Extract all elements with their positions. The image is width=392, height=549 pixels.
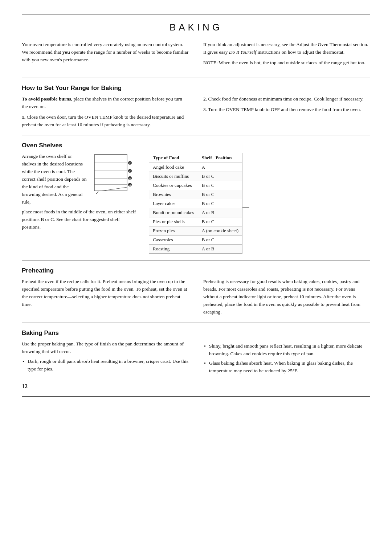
svg-text:B: B (129, 177, 131, 180)
list-item: Dark, rough or dull pans absorb heat res… (22, 358, 189, 373)
right-dash-shelves: — (242, 203, 249, 211)
food-name: Brownies (149, 190, 198, 199)
preheating-left-text: Preheat the oven if the recipe calls for… (22, 278, 189, 308)
step2-label: 2. (203, 96, 207, 102)
table-row: Bundt or pound cakes A or B (149, 208, 242, 217)
how-to-content: To avoid possible burns, place the shelv… (22, 95, 370, 129)
list-item: Shiny, bright and smooth pans reflect he… (203, 343, 370, 358)
food-name: Roasting (149, 245, 198, 254)
how-to-step1: 1. Close the oven door, turn the OVEN TE… (22, 114, 189, 129)
oven-shelves-content: Arrange the oven shelf or shelves in the… (22, 153, 370, 254)
how-to-step3: 3. Turn the OVEN TEMP knob to OFF and th… (203, 106, 370, 114)
col-food: Type of Food (149, 153, 198, 163)
intro-left: Your oven temperature is controlled very… (22, 41, 189, 70)
baking-pans-intro: Use the proper baking pan. The type of f… (22, 340, 189, 356)
right-dash-pans: — (370, 355, 377, 365)
baking-pans-right: Shiny, bright and smooth pans reflect he… (203, 340, 370, 377)
oven-shelves-title: Oven Shelves (22, 142, 370, 149)
shelf-pos: A or B (198, 208, 242, 217)
table-row: Casseroles B or C (149, 235, 242, 245)
baking-pans-section: Baking Pans Use the proper baking pan. T… (22, 329, 370, 377)
svg-line-14 (102, 187, 127, 191)
divider-2 (22, 135, 370, 135)
baking-pans-right-list: Shiny, bright and smooth pans reflect he… (203, 343, 370, 375)
shelf-pos: B or C (198, 190, 242, 199)
baking-pans-left: Use the proper baking pan. The type of f… (22, 340, 189, 377)
shelf-table-wrapper: Type of Food Shelf Position Angel food c… (149, 153, 242, 254)
preheating-title: Preheating (22, 267, 370, 274)
step1-label: 1. (22, 114, 25, 120)
intro-left-para: Your oven temperature is controlled very… (22, 41, 189, 64)
svg-text:A: A (129, 184, 131, 187)
food-name: Angel food cake (149, 163, 198, 172)
preheating-content: Preheat the oven if the recipe calls for… (22, 278, 370, 316)
oven-text-block: Arrange the oven shelf or shelves in the… (22, 153, 87, 206)
food-name: Frozen pies (149, 226, 198, 235)
shelf-pos: B or C (198, 172, 242, 181)
intro-right: If you think an adjustment is necessary,… (203, 41, 370, 70)
top-border (22, 15, 370, 15)
how-to-title: How to Set Your Range for Baking (22, 85, 370, 92)
divider-3 (22, 260, 370, 261)
shelf-pos: B or C (198, 235, 242, 245)
divider-4 (22, 323, 370, 323)
intro-bold-you: you (62, 49, 70, 55)
table-row: Frozen pies A (on cookie sheet) (149, 226, 242, 235)
how-to-bold: To avoid possible burns, (22, 96, 72, 102)
oven-svg: D C B A ✓ (91, 153, 138, 196)
table-row: Cookies or cupcakes B or C (149, 181, 242, 190)
intro-italic1: Do It Yourself (229, 49, 256, 55)
food-name: Bundt or pound cakes (149, 208, 198, 217)
table-row: Pies or pie shells B or C (149, 217, 242, 226)
shelf-pos: A (on cookie sheet) (198, 226, 242, 235)
shelf-pos: B or C (198, 199, 242, 208)
oven-diagram: D C B A ✓ (91, 153, 138, 196)
how-to-right: 2. Check food for doneness at minimum ti… (203, 95, 370, 129)
svg-text:C: C (129, 170, 131, 173)
preheating-right-text: Preheating is necessary for good results… (203, 278, 370, 316)
food-name: Layer cakes (149, 199, 198, 208)
table-row: Layer cakes B or C (149, 199, 242, 208)
how-to-step2: 2. Check food for doneness at minimum ti… (203, 95, 370, 103)
oven-text1: Arrange the oven shelf or shelves in the… (22, 153, 87, 206)
table-row: Roasting A or B (149, 245, 242, 254)
col-shelf: Shelf Position (198, 153, 242, 163)
shelf-pos: A or B (198, 245, 242, 254)
intro-right-para2: NOTE: When the oven is hot, the top and … (203, 59, 370, 67)
baking-pans-content: Use the proper baking pan. The type of f… (22, 340, 370, 377)
how-to-left: To avoid possible burns, place the shelv… (22, 95, 189, 129)
food-name: Cookies or cupcakes (149, 181, 198, 190)
food-name: Casseroles (149, 235, 198, 245)
how-to-intro: To avoid possible burns, place the shelv… (22, 95, 189, 111)
svg-text:D: D (129, 162, 131, 165)
shelf-pos: B or C (198, 181, 242, 190)
oven-left: Arrange the oven shelf or shelves in the… (22, 153, 138, 231)
baking-pans-title: Baking Pans (22, 329, 370, 337)
baking-pans-left-list: Dark, rough or dull pans absorb heat res… (22, 358, 189, 373)
page-number: 12 (22, 383, 370, 390)
how-to-section: How to Set Your Range for Baking To avoi… (22, 85, 370, 129)
food-name: Biscuits or muffins (149, 172, 198, 181)
bottom-border (22, 396, 370, 397)
svg-rect-0 (94, 155, 127, 191)
page-title: BAKING (22, 22, 370, 33)
preheating-left: Preheat the oven if the recipe calls for… (22, 278, 189, 316)
table-row: Brownies B or C (149, 190, 242, 199)
table-row: Angel food cake A (149, 163, 242, 172)
shelf-pos: A (198, 163, 242, 172)
shelf-table: Type of Food Shelf Position Angel food c… (149, 153, 242, 254)
oven-diagram-text: Arrange the oven shelf or shelves in the… (22, 153, 138, 206)
food-name: Pies or pie shells (149, 217, 198, 226)
list-item: Glass baking dishes absorb heat. When ba… (203, 360, 370, 375)
oven-text2: place most foods in the middle of the ov… (22, 208, 138, 231)
preheating-section: Preheating Preheat the oven if the recip… (22, 267, 370, 316)
table-row: Biscuits or muffins B or C (149, 172, 242, 181)
shelf-pos: B or C (198, 217, 242, 226)
divider-1 (22, 78, 370, 78)
intro-right-para1: If you think an adjustment is necessary,… (203, 41, 370, 56)
intro-section: Your oven temperature is controlled very… (22, 41, 370, 70)
oven-shelves-section: Oven Shelves Arrange the oven shelf or s… (22, 142, 370, 254)
preheating-right: Preheating is necessary for good results… (203, 278, 370, 316)
svg-text:✓: ✓ (95, 190, 99, 196)
